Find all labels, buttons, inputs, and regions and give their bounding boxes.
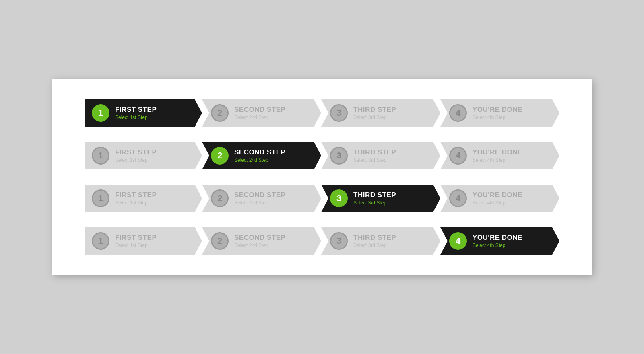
step-title-1-1: FIRST STEP	[115, 106, 157, 114]
stepper-row-2: 1FIRST STEPSelect 1st Step2SECOND STEPSe…	[85, 142, 559, 169]
stepper-row-4: 1FIRST STEPSelect 1st Step2SECOND STEPSe…	[85, 227, 559, 255]
step-title-2-2: SECOND STEP	[234, 148, 285, 156]
step-subtitle-2-4: Select 4th Step	[473, 157, 522, 163]
step-number-4-2: 2	[211, 232, 229, 250]
step-subtitle-1-4: Select 4th Step	[473, 115, 522, 120]
step-text-2-3: THIRD STEPSelect 3rd Step	[353, 148, 396, 163]
step-text-3-2: SECOND STEPSelect 2nd Step	[234, 191, 285, 206]
step-text-1-3: THIRD STEPSelect 3rd Step	[353, 106, 396, 120]
step-subtitle-1-1: Select 1st Step	[115, 115, 157, 120]
step-title-2-1: FIRST STEP	[115, 148, 157, 156]
step-subtitle-4-2: Select 2nd Step	[234, 243, 285, 248]
step-1-3[interactable]: 3THIRD STEPSelect 3rd Step	[321, 99, 440, 127]
step-number-2-3: 3	[330, 147, 348, 165]
step-text-4-4: YOU'RE DONESelect 4th Step	[473, 234, 522, 248]
step-title-1-3: THIRD STEP	[353, 106, 396, 114]
step-subtitle-2-3: Select 3rd Step	[353, 157, 396, 163]
step-3-2[interactable]: 2SECOND STEPSelect 2nd Step	[202, 185, 321, 212]
step-2-3[interactable]: 3THIRD STEPSelect 3rd Step	[321, 142, 440, 169]
step-subtitle-3-4: Select 4th Step	[473, 200, 522, 206]
step-number-2-4: 4	[449, 147, 467, 165]
step-title-3-2: SECOND STEP	[234, 191, 285, 199]
step-text-2-2: SECOND STEPSelect 2nd Step	[234, 148, 285, 163]
step-title-3-1: FIRST STEP	[115, 191, 157, 199]
step-number-4-4: 4	[449, 232, 467, 250]
step-number-2-1: 1	[92, 147, 109, 165]
step-title-3-4: YOU'RE DONE	[473, 191, 522, 199]
stepper-row-3: 1FIRST STEPSelect 1st Step2SECOND STEPSe…	[85, 185, 559, 212]
step-number-4-3: 3	[330, 232, 348, 250]
step-text-2-4: YOU'RE DONESelect 4th Step	[473, 148, 522, 163]
step-number-4-1: 1	[92, 232, 109, 250]
step-title-2-3: THIRD STEP	[353, 148, 396, 156]
step-text-1-1: FIRST STEPSelect 1st Step	[115, 106, 157, 120]
step-1-1[interactable]: 1FIRST STEPSelect 1st Step	[85, 99, 202, 127]
step-number-3-1: 1	[92, 189, 109, 207]
step-4-3[interactable]: 3THIRD STEPSelect 3rd Step	[321, 227, 440, 255]
step-subtitle-2-1: Select 1st Step	[115, 157, 157, 163]
step-number-1-1: 1	[92, 104, 109, 122]
step-title-1-4: YOU'RE DONE	[473, 106, 522, 114]
step-number-1-3: 3	[330, 104, 348, 122]
step-subtitle-4-1: Select 1st Step	[115, 243, 157, 248]
step-text-1-2: SECOND STEPSelect 2nd Step	[234, 106, 285, 120]
step-subtitle-3-1: Select 1st Step	[115, 200, 157, 206]
step-4-2[interactable]: 2SECOND STEPSelect 2nd Step	[202, 227, 321, 255]
step-4-4[interactable]: 4YOU'RE DONESelect 4th Step	[440, 227, 559, 255]
step-subtitle-3-2: Select 2nd Step	[234, 200, 285, 206]
step-title-4-1: FIRST STEP	[115, 234, 157, 242]
step-number-1-2: 2	[211, 104, 229, 122]
step-text-2-1: FIRST STEPSelect 1st Step	[115, 148, 157, 163]
step-text-4-3: THIRD STEPSelect 3rd Step	[353, 234, 396, 248]
step-number-1-4: 4	[449, 104, 467, 122]
step-2-2[interactable]: 2SECOND STEPSelect 2nd Step	[202, 142, 321, 169]
step-number-3-2: 2	[211, 189, 229, 207]
step-number-3-4: 4	[449, 189, 467, 207]
step-title-4-4: YOU'RE DONE	[473, 234, 522, 242]
step-subtitle-1-3: Select 3rd Step	[353, 115, 396, 120]
step-1-4[interactable]: 4YOU'RE DONESelect 4th Step	[440, 99, 559, 127]
step-text-3-1: FIRST STEPSelect 1st Step	[115, 191, 157, 206]
step-3-3[interactable]: 3THIRD STEPSelect 3rd Step	[321, 185, 440, 212]
step-title-1-2: SECOND STEP	[234, 106, 285, 114]
step-subtitle-2-2: Select 2nd Step	[234, 157, 285, 163]
step-number-3-3: 3	[330, 189, 348, 207]
step-text-1-4: YOU'RE DONESelect 4th Step	[473, 106, 522, 120]
step-2-1[interactable]: 1FIRST STEPSelect 1st Step	[85, 142, 202, 169]
step-subtitle-1-2: Select 2nd Step	[234, 115, 285, 120]
step-2-4[interactable]: 4YOU'RE DONESelect 4th Step	[440, 142, 559, 169]
step-text-3-4: YOU'RE DONESelect 4th Step	[473, 191, 522, 206]
step-1-2[interactable]: 2SECOND STEPSelect 2nd Step	[202, 99, 321, 127]
step-subtitle-4-4: Select 4th Step	[473, 243, 522, 248]
step-3-1[interactable]: 1FIRST STEPSelect 1st Step	[85, 185, 202, 212]
step-text-3-3: THIRD STEPSelect 3rd Step	[353, 191, 396, 206]
step-number-2-2: 2	[211, 147, 229, 165]
step-text-4-2: SECOND STEPSelect 2nd Step	[234, 234, 285, 248]
step-subtitle-4-3: Select 3rd Step	[353, 243, 396, 248]
step-title-4-2: SECOND STEP	[234, 234, 285, 242]
step-4-1[interactable]: 1FIRST STEPSelect 1st Step	[85, 227, 202, 255]
stepper-row-1: 1FIRST STEPSelect 1st Step2SECOND STEPSe…	[85, 99, 559, 127]
step-title-4-3: THIRD STEP	[353, 234, 396, 242]
step-text-4-1: FIRST STEPSelect 1st Step	[115, 234, 157, 248]
step-title-3-3: THIRD STEP	[353, 191, 396, 199]
step-3-4[interactable]: 4YOU'RE DONESelect 4th Step	[440, 185, 559, 212]
step-subtitle-3-3: Select 3rd Step	[353, 200, 396, 206]
step-title-2-4: YOU'RE DONE	[473, 148, 522, 156]
card: 1FIRST STEPSelect 1st Step2SECOND STEPSe…	[52, 79, 592, 275]
